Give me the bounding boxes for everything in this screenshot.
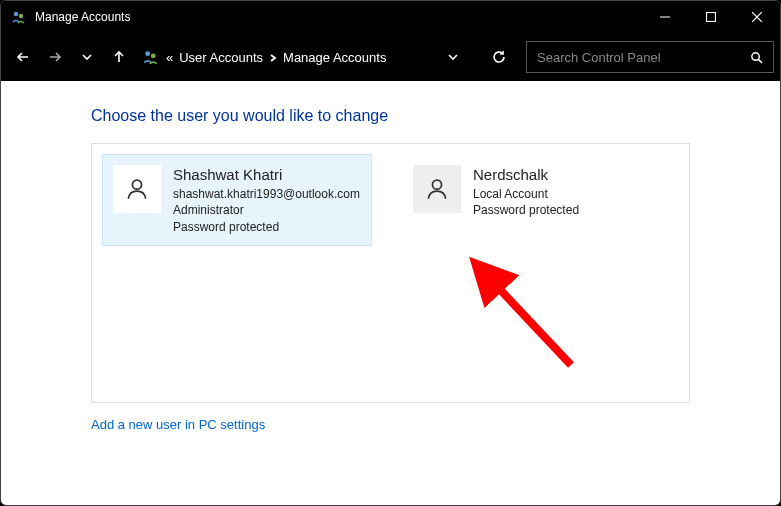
svg-rect-3 bbox=[707, 13, 716, 22]
breadcrumb-label: User Accounts bbox=[179, 50, 263, 65]
titlebar: Manage Accounts bbox=[1, 1, 780, 33]
app-icon bbox=[11, 9, 27, 25]
window-title: Manage Accounts bbox=[35, 10, 130, 24]
svg-point-9 bbox=[145, 51, 150, 56]
refresh-button[interactable] bbox=[482, 41, 516, 73]
breadcrumb-item[interactable]: User Accounts bbox=[179, 50, 263, 65]
svg-point-1 bbox=[19, 14, 23, 18]
svg-point-11 bbox=[751, 52, 758, 59]
page-heading: Choose the user you would like to change bbox=[91, 107, 690, 125]
content-area: Choose the user you would like to change… bbox=[1, 81, 780, 505]
recent-locations-button[interactable] bbox=[71, 41, 103, 73]
user-name: Shashwat Khatri bbox=[173, 165, 360, 185]
user-name: Nerdschalk bbox=[473, 165, 579, 185]
breadcrumb-item[interactable]: Manage Accounts bbox=[283, 50, 386, 65]
users-icon bbox=[142, 48, 160, 66]
search-input[interactable] bbox=[527, 50, 739, 65]
user-list-box: Shashwat Khatri shashwat.khatri1993@outl… bbox=[91, 143, 690, 403]
navbar: « User Accounts Manage Accounts bbox=[1, 33, 780, 81]
address-bar[interactable]: « User Accounts Manage Accounts bbox=[135, 41, 476, 73]
svg-point-13 bbox=[132, 180, 141, 189]
up-button[interactable] bbox=[103, 41, 135, 73]
svg-line-12 bbox=[758, 59, 762, 63]
forward-button[interactable] bbox=[39, 41, 71, 73]
close-button[interactable] bbox=[734, 1, 780, 33]
user-status: Password protected bbox=[473, 202, 579, 218]
user-role: Administrator bbox=[173, 202, 360, 218]
add-user-link[interactable]: Add a new user in PC settings bbox=[91, 417, 265, 432]
breadcrumb-prefix: « bbox=[166, 50, 173, 65]
user-card[interactable]: Nerdschalk Local Account Password protec… bbox=[402, 154, 672, 246]
avatar bbox=[413, 165, 461, 213]
avatar bbox=[113, 165, 161, 213]
chevron-right-icon[interactable] bbox=[269, 50, 277, 65]
search-box[interactable] bbox=[526, 41, 774, 73]
user-info: Shashwat Khatri shashwat.khatri1993@outl… bbox=[173, 165, 360, 235]
user-card[interactable]: Shashwat Khatri shashwat.khatri1993@outl… bbox=[102, 154, 372, 246]
user-info: Nerdschalk Local Account Password protec… bbox=[473, 165, 579, 219]
user-email: shashwat.khatri1993@outlook.com bbox=[173, 186, 360, 202]
user-role: Local Account bbox=[473, 186, 579, 202]
user-status: Password protected bbox=[173, 219, 360, 235]
svg-point-0 bbox=[14, 12, 18, 16]
breadcrumb-label: Manage Accounts bbox=[283, 50, 386, 65]
maximize-button[interactable] bbox=[688, 1, 734, 33]
svg-point-14 bbox=[432, 180, 441, 189]
search-button[interactable] bbox=[739, 41, 773, 73]
address-dropdown-button[interactable] bbox=[437, 41, 469, 73]
back-button[interactable] bbox=[7, 41, 39, 73]
minimize-button[interactable] bbox=[642, 1, 688, 33]
svg-point-10 bbox=[151, 53, 156, 58]
